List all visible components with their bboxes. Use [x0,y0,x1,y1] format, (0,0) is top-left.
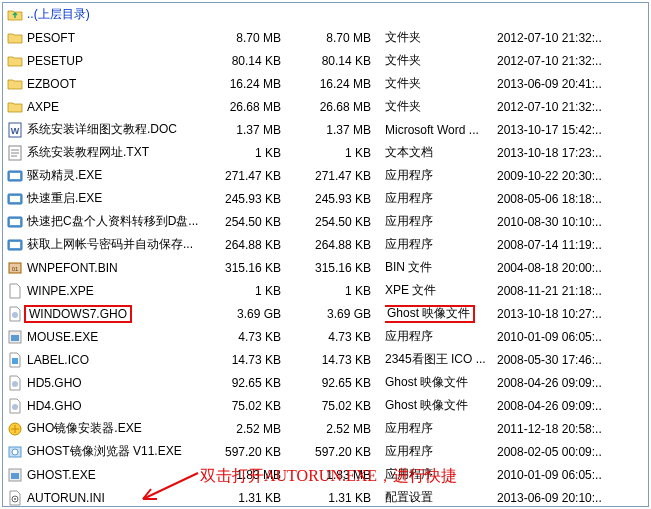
file-name: AUTORUN.INI [27,491,105,505]
file-type: 文本文档 [385,144,497,161]
file-type: XPE 文件 [385,282,497,299]
file-size-2: 26.68 MB [295,100,385,114]
file-size-2: 1.83 MB [295,468,385,482]
file-type: 文件夹 [385,52,497,69]
file-size: 2.52 MB [205,422,295,436]
file-name: PESETUP [27,54,83,68]
file-row[interactable]: PESETUP80.14 KB80.14 KB文件夹2012-07-10 21:… [3,49,648,72]
exe1-icon [7,191,23,207]
svg-point-21 [12,404,18,410]
file-size: 1.83 MB [205,468,295,482]
file-name: 系统安装详细图文教程.DOC [27,121,177,138]
file-size-2: 264.88 KB [295,238,385,252]
file-date: 2008-04-26 09:09:.. [497,399,648,413]
file-name: AXPE [27,100,59,114]
file-name: GHOST.EXE [27,468,96,482]
file-row[interactable]: HD4.GHO75.02 KB75.02 KBGhost 映像文件2008-04… [3,394,648,417]
file-row[interactable]: GHOST镜像浏览器 V11.EXE597.20 KB597.20 KB应用程序… [3,440,648,463]
file-type: 文件夹 [385,75,497,92]
svg-rect-7 [10,173,20,179]
svg-rect-13 [10,242,20,248]
highlight-box: WINDOWS7.GHO [24,305,132,323]
file-size-2: 80.14 KB [295,54,385,68]
file-row[interactable]: AXPE26.68 MB26.68 MB文件夹2012-07-10 21:32:… [3,95,648,118]
file-row[interactable]: LABEL.ICO14.73 KB14.73 KB2345看图王 ICO ...… [3,348,648,371]
file-size-2: 16.24 MB [295,77,385,91]
file-date: 2012-07-10 21:32:.. [497,54,648,68]
file-name: WINPE.XPE [27,284,94,298]
file-row[interactable]: EZBOOT16.24 MB16.24 MB文件夹2013-06-09 20:4… [3,72,648,95]
svg-rect-19 [12,358,18,364]
file-size: 80.14 KB [205,54,295,68]
file-row[interactable]: 01WNPEFONT.BIN315.16 KB315.16 KBBIN 文件20… [3,256,648,279]
svg-rect-9 [10,196,20,202]
highlight-box: Ghost 映像文件 [385,305,475,323]
file-size-2: 245.93 KB [295,192,385,206]
svg-text:01: 01 [12,266,19,272]
file-size-2: 315.16 KB [295,261,385,275]
bin-icon: 01 [7,260,23,276]
file-date: 2008-05-30 17:46:.. [497,353,648,367]
file-name: PESOFT [27,31,75,45]
file-row[interactable]: 快速把C盘个人资料转移到D盘...254.50 KB254.50 KB应用程序2… [3,210,648,233]
file-date: 2004-08-18 20:00:.. [497,261,648,275]
parent-dir-label: ..(上层目录) [27,6,90,23]
file-date: 2010-08-30 10:10:.. [497,215,648,229]
file-row[interactable]: HD5.GHO92.65 KB92.65 KBGhost 映像文件2008-04… [3,371,648,394]
file-size: 4.73 KB [205,330,295,344]
file-size-2: 2.52 MB [295,422,385,436]
file-row[interactable]: W系统安装详细图文教程.DOC1.37 MB1.37 MBMicrosoft W… [3,118,648,141]
file-type: 文件夹 [385,98,497,115]
file-type: BIN 文件 [385,259,497,276]
file-row[interactable]: WINPE.XPE1 KB1 KBXPE 文件2008-11-21 21:18:… [3,279,648,302]
file-size-2: 254.50 KB [295,215,385,229]
file-row[interactable]: GHO镜像安装器.EXE2.52 MB2.52 MB应用程序2011-12-18… [3,417,648,440]
file-type: 文件夹 [385,29,497,46]
file-date: 2012-07-10 21:32:.. [497,100,648,114]
file-row[interactable]: 驱动精灵.EXE271.47 KB271.47 KB应用程序2009-10-22… [3,164,648,187]
file-type: 应用程序 [385,466,497,483]
file-icon [7,283,23,299]
svg-rect-18 [11,335,19,341]
file-name: HD4.GHO [27,399,82,413]
parent-dir-row[interactable]: ..(上层目录) [3,3,648,26]
file-name: LABEL.ICO [27,353,89,367]
ini-icon [7,490,23,506]
file-type: 应用程序 [385,190,497,207]
exe1-icon [7,237,23,253]
folder-icon [7,99,23,115]
file-size-2: 1 KB [295,284,385,298]
file-date: 2012-07-10 21:32:.. [497,31,648,45]
file-size-2: 1.31 KB [295,491,385,505]
file-size: 8.70 MB [205,31,295,45]
file-row[interactable]: PESOFT8.70 MB8.70 MB文件夹2012-07-10 21:32:… [3,26,648,49]
file-size-2: 3.69 GB [295,307,385,321]
file-size-2: 14.73 KB [295,353,385,367]
file-row[interactable]: AUTORUN.INI1.31 KB1.31 KB配置设置2013-06-09 … [3,486,648,507]
file-size-2: 271.47 KB [295,169,385,183]
folder-icon [7,76,23,92]
file-row[interactable]: 系统安装教程网址.TXT1 KB1 KB文本文档2013-10-18 17:23… [3,141,648,164]
gho-icon [7,398,23,414]
file-type: 2345看图王 ICO ... [385,351,497,368]
file-row[interactable]: 获取上网帐号密码并自动保存...264.88 KB264.88 KB应用程序20… [3,233,648,256]
gho-icon [7,306,23,322]
file-row[interactable]: 快速重启.EXE245.93 KB245.93 KB应用程序2008-05-06… [3,187,648,210]
file-date: 2013-10-17 15:42:.. [497,123,648,137]
file-date: 2008-04-26 09:09:.. [497,376,648,390]
file-date: 2013-10-18 17:23:.. [497,146,648,160]
file-row[interactable]: MOUSE.EXE4.73 KB4.73 KB应用程序2010-01-09 06… [3,325,648,348]
file-date: 2008-02-05 00:09:.. [497,445,648,459]
file-type: 应用程序 [385,443,497,460]
file-row[interactable]: WINDOWS7.GHO3.69 GB3.69 GBGhost 映像文件2013… [3,302,648,325]
file-row[interactable]: GHOST.EXE1.83 MB1.83 MB应用程序2010-01-09 06… [3,463,648,486]
file-size: 597.20 KB [205,445,295,459]
folder-icon [7,53,23,69]
file-type: Microsoft Word ... [385,123,497,137]
file-name: GHO镜像安装器.EXE [27,420,142,437]
file-size-2: 597.20 KB [295,445,385,459]
file-size: 3.69 GB [205,307,295,321]
exe2-icon [7,329,23,345]
file-size: 264.88 KB [205,238,295,252]
file-size-2: 4.73 KB [295,330,385,344]
